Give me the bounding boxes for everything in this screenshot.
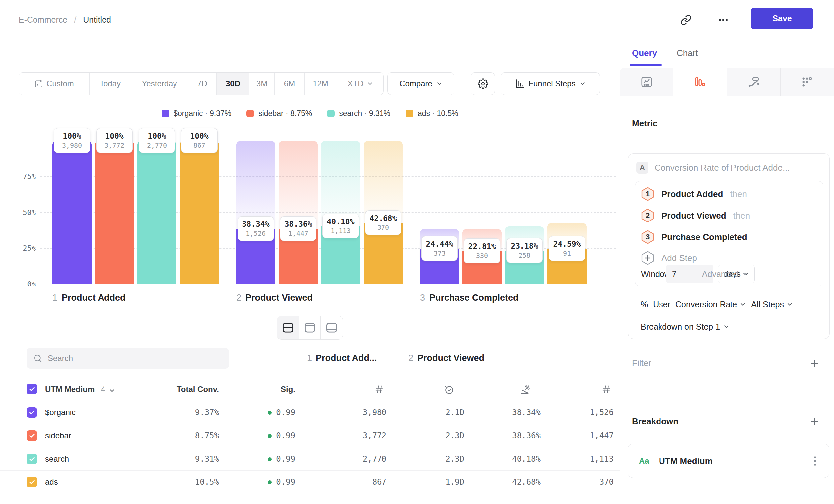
row-total-conv: 9.37% — [173, 401, 219, 424]
tab-funnel-chart[interactable] — [674, 68, 727, 96]
row-checkbox[interactable] — [26, 477, 37, 487]
more-options-button[interactable] — [715, 11, 732, 28]
breadcrumb-parent[interactable]: E-Commerce — [19, 15, 67, 25]
add-filter-button[interactable] — [809, 358, 820, 369]
bar-count: 3,980 — [56, 141, 89, 150]
legend-item[interactable]: ads · 10.5% — [406, 109, 459, 118]
bar-count: 3,772 — [98, 141, 131, 150]
measure-entity[interactable]: User — [653, 300, 671, 310]
tab-query[interactable]: Query — [632, 46, 657, 60]
date-range-label: Today — [100, 79, 121, 88]
metric-letter-badge: A — [636, 162, 648, 174]
tab-journeys-chart[interactable] — [727, 68, 781, 96]
add-breakdown-button[interactable] — [809, 416, 820, 427]
advanced-toggle[interactable]: Advanced — [702, 269, 748, 279]
row-conv-rate: 42.68% — [491, 471, 541, 494]
layout-chart-only-button[interactable] — [299, 316, 321, 339]
step-event-name[interactable]: Product Viewed — [661, 210, 726, 221]
time-to-convert-icon[interactable] — [443, 384, 455, 395]
chevron-down-icon — [742, 271, 748, 277]
chevron-down-icon[interactable] — [109, 379, 115, 401]
date-range-6m[interactable]: 6M — [275, 73, 305, 94]
layout-toggle-group — [277, 316, 343, 340]
tab-chart[interactable]: Chart — [677, 46, 698, 60]
compare-button[interactable]: Compare — [388, 72, 455, 95]
breakdown-item-card[interactable]: Aa UTM Medium — [628, 444, 829, 478]
funnel-bar[interactable] — [180, 141, 219, 284]
conversion-rate-icon[interactable] — [519, 384, 530, 395]
select-all-checkbox[interactable] — [26, 384, 37, 394]
step-event-name[interactable]: Product Added — [661, 189, 723, 199]
date-range-yesterday[interactable]: Yesterday — [131, 73, 188, 94]
funnel-step-label: 2Product Viewed — [236, 293, 312, 303]
group-by-label[interactable]: UTM Medium 4 — [45, 378, 105, 400]
count-hash-icon[interactable] — [374, 384, 385, 395]
breadcrumb-current[interactable]: Untitled — [83, 15, 111, 25]
row-name: $organic — [45, 401, 75, 424]
funnel-bar[interactable] — [52, 141, 92, 284]
date-range-3m[interactable]: 3M — [249, 73, 275, 94]
row-checkbox[interactable] — [26, 454, 37, 464]
y-axis-tick: 0% — [19, 279, 36, 290]
share-link-button[interactable] — [677, 11, 695, 28]
step-event-name[interactable]: Purchase Completed — [661, 232, 747, 243]
date-range-12m[interactable]: 12M — [305, 73, 337, 94]
legend-item[interactable]: search · 9.31% — [327, 109, 391, 118]
funnel-bar[interactable] — [95, 141, 134, 284]
search-input[interactable] — [48, 354, 222, 363]
count-hash-icon[interactable] — [601, 384, 612, 395]
measure-pct[interactable]: % — [641, 300, 648, 310]
add-step-label: Add Step — [661, 253, 697, 263]
date-range-xtd[interactable]: XTD — [337, 73, 383, 94]
tab-metrics-chart[interactable] — [620, 68, 674, 96]
sig-header[interactable]: Sig. — [265, 378, 295, 400]
bar-count: 258 — [508, 251, 541, 260]
metric-title[interactable]: Conversion Rate of Product Adde... — [655, 162, 790, 174]
bar-count: 2,770 — [140, 141, 174, 150]
total-conv-header[interactable]: Total Conv. — [159, 378, 219, 400]
row-step2-count: 370 — [564, 471, 614, 494]
kebab-menu-icon[interactable] — [809, 454, 821, 468]
tab-matrix-chart[interactable] — [781, 68, 834, 96]
layout-split-button[interactable] — [277, 316, 299, 339]
step-name: Product Added — [62, 293, 126, 303]
calendar-icon — [34, 79, 43, 88]
date-range-30d[interactable]: 30D — [217, 73, 249, 94]
legend-item[interactable]: $organic · 9.37% — [161, 109, 231, 118]
measure-metric-dropdown[interactable]: Conversion Rate — [676, 300, 746, 310]
legend-item[interactable]: sidebar · 8.75% — [246, 109, 312, 118]
chart-panel: CustomTodayYesterday7D30D3M6M12MXTD Comp… — [0, 40, 620, 504]
row-checkbox[interactable] — [26, 430, 37, 441]
step-number: 2 — [236, 293, 241, 303]
save-button[interactable]: Save — [751, 8, 813, 29]
row-name: search — [45, 447, 69, 471]
row-checkbox[interactable] — [26, 407, 37, 418]
step-number: 1 — [52, 293, 58, 303]
measured-as-row: % User Conversion Rate All Steps — [641, 297, 793, 312]
bar-value-label: 100%3,980 — [54, 128, 90, 153]
date-range-custom[interactable]: Custom — [19, 73, 90, 94]
chart-settings-button[interactable] — [471, 72, 495, 95]
date-range-7d[interactable]: 7D — [188, 73, 217, 94]
row-step2-count: 1,526 — [564, 401, 614, 424]
funnel-bar[interactable] — [137, 141, 176, 284]
row-step1-count: 3,980 — [333, 401, 387, 424]
date-range-today[interactable]: Today — [90, 73, 131, 94]
row-significance: 0.99 — [265, 471, 295, 495]
add-step-row[interactable]: Add Step — [641, 251, 697, 265]
row-total-conv: 10.5% — [173, 471, 219, 494]
chevron-down-icon — [723, 323, 729, 330]
bar-pct: 42.68% — [367, 213, 400, 223]
table-row: $organic9.37%0.993,9802.1D38.34%1,526 — [0, 400, 620, 424]
active-tab-underline — [630, 64, 662, 66]
measure-scope-dropdown[interactable]: All Steps — [751, 300, 793, 310]
layout-table-only-button[interactable] — [321, 316, 343, 339]
step-number: 2 — [409, 353, 413, 363]
chevron-down-icon — [740, 301, 746, 308]
query-sidebar: Query Chart Metric A Conversion Rate of … — [620, 40, 834, 504]
chevron-down-icon — [579, 80, 586, 87]
chart-type-button[interactable]: Funnel Steps — [501, 72, 600, 95]
funnel-chart-icon — [694, 76, 706, 88]
breakdown-on-step-dropdown[interactable]: Breakdown on Step 1 — [641, 320, 729, 333]
property-type-badge: Aa — [639, 456, 649, 465]
